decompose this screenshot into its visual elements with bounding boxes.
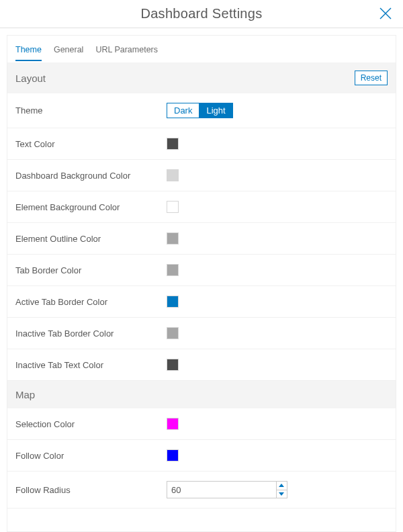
stepper-up[interactable]	[277, 482, 287, 490]
label-theme: Theme	[15, 105, 167, 116]
label-tab-border-color: Tab Border Color	[15, 265, 167, 275]
reset-button[interactable]: Reset	[355, 71, 388, 85]
swatch-dashboard-bg-color[interactable]	[167, 169, 179, 181]
stepper-buttons	[276, 482, 287, 498]
chevron-up-icon	[279, 484, 284, 487]
row-element-bg-color: Element Background Color	[7, 191, 396, 223]
theme-segmented: Dark Light	[167, 103, 233, 118]
svg-marker-3	[279, 492, 284, 496]
swatch-inactive-tab-border-color[interactable]	[167, 327, 179, 339]
section-title-map: Map	[15, 389, 35, 400]
modal-header: Dashboard Settings	[0, 0, 403, 28]
section-header-layout: Layout Reset	[7, 62, 396, 93]
tab-theme[interactable]: Theme	[15, 45, 42, 61]
control-theme-toggle: Dark Light	[167, 103, 388, 118]
scroll-padding	[7, 508, 396, 531]
row-selection-color: Selection Color	[7, 408, 396, 440]
theme-option-dark[interactable]: Dark	[167, 103, 199, 118]
row-inactive-tab-text-color: Inactive Tab Text Color	[7, 349, 396, 381]
modal-title: Dashboard Settings	[140, 6, 262, 21]
row-text-color: Text Color	[7, 128, 396, 160]
section-title-layout: Layout	[15, 73, 46, 84]
label-follow-color: Follow Color	[15, 451, 167, 461]
swatch-text-color[interactable]	[167, 138, 179, 150]
svg-marker-2	[279, 484, 284, 487]
follow-radius-input[interactable]	[167, 482, 276, 498]
row-tab-border-color: Tab Border Color	[7, 255, 396, 286]
swatch-inactive-tab-text-color[interactable]	[167, 359, 179, 371]
label-selection-color: Selection Color	[15, 419, 167, 429]
chevron-down-icon	[279, 492, 284, 496]
dashboard-settings-modal: Dashboard Settings Theme General URL Par…	[0, 0, 403, 532]
label-dashboard-bg-color: Dashboard Background Color	[15, 171, 167, 181]
swatch-element-bg-color[interactable]	[167, 201, 179, 213]
row-element-outline-color: Element Outline Color	[7, 223, 396, 255]
label-element-bg-color: Element Background Color	[15, 202, 167, 212]
label-text-color: Text Color	[15, 139, 167, 149]
tabs: Theme General URL Parameters	[7, 36, 396, 61]
tab-url-parameters[interactable]: URL Parameters	[95, 45, 158, 61]
swatch-tab-border-color[interactable]	[167, 264, 179, 276]
label-element-outline-color: Element Outline Color	[15, 234, 167, 244]
row-dashboard-bg-color: Dashboard Background Color	[7, 160, 396, 191]
settings-scroll[interactable]: Layout Reset Theme Dark Light Text Color	[7, 62, 396, 531]
label-active-tab-border-color: Active Tab Border Color	[15, 297, 167, 307]
theme-option-light[interactable]: Light	[199, 103, 232, 118]
swatch-active-tab-border-color[interactable]	[167, 296, 179, 308]
label-follow-radius: Follow Radius	[15, 485, 167, 495]
stepper-down[interactable]	[277, 490, 287, 498]
follow-radius-stepper	[167, 481, 287, 498]
label-inactive-tab-text-color: Inactive Tab Text Color	[15, 360, 167, 370]
swatch-follow-color[interactable]	[167, 449, 179, 461]
section-header-map: Map	[7, 381, 396, 408]
swatch-selection-color[interactable]	[167, 418, 179, 430]
label-inactive-tab-border-color: Inactive Tab Border Color	[15, 328, 167, 339]
row-follow-color: Follow Color	[7, 440, 396, 472]
modal-body: Theme General URL Parameters Layout Rese…	[0, 28, 403, 532]
close-icon	[379, 7, 392, 20]
row-active-tab-border-color: Active Tab Border Color	[7, 286, 396, 318]
tab-general[interactable]: General	[54, 45, 83, 61]
settings-panel: Theme General URL Parameters Layout Rese…	[7, 35, 396, 532]
close-button[interactable]	[376, 4, 395, 23]
row-follow-radius: Follow Radius	[7, 472, 396, 508]
swatch-element-outline-color[interactable]	[167, 232, 179, 245]
row-theme-toggle: Theme Dark Light	[7, 93, 396, 128]
row-inactive-tab-border-color: Inactive Tab Border Color	[7, 318, 396, 349]
